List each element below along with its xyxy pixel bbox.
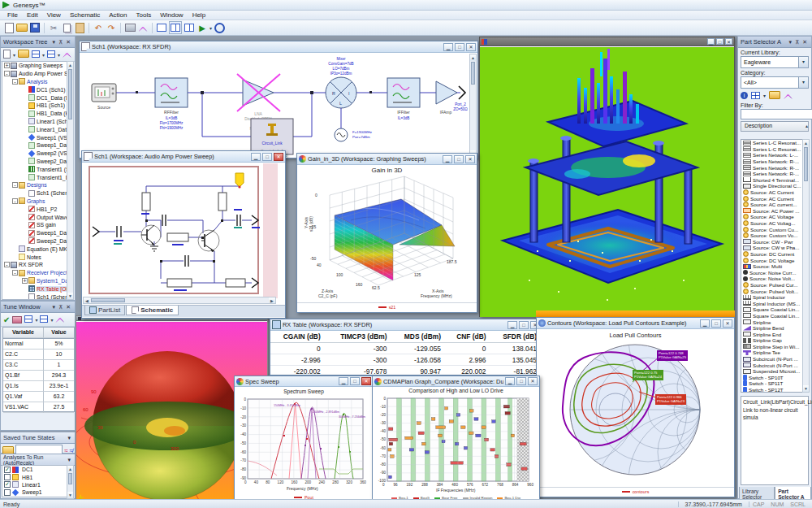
part-list-item[interactable]: Series Network: R-... xyxy=(741,158,803,165)
part-list-item[interactable]: Source: CW w Pha... xyxy=(741,245,803,251)
description-column-header[interactable]: Description ▴ xyxy=(741,121,809,132)
sch1-rx-vscrollbar[interactable]: ▲ ▼ xyxy=(469,54,477,158)
analysis-checkbox[interactable] xyxy=(4,474,11,480)
tune-row[interactable]: Q1.Vaf 63.2 xyxy=(3,392,74,402)
tree-item[interactable]: - Audio Amp Power Sw xyxy=(2,70,67,78)
tune-value[interactable]: 63.2 xyxy=(44,392,74,402)
expand-toggle-icon[interactable] xyxy=(22,175,28,180)
part-list-item[interactable]: Series Network: R-... xyxy=(741,164,803,171)
maximize-button[interactable]: □ xyxy=(350,377,360,385)
new-workspace-icon[interactable] xyxy=(3,22,15,33)
expand-toggle-icon[interactable] xyxy=(22,167,28,172)
tree-item[interactable]: - RX SFDR xyxy=(2,261,67,269)
filter-input[interactable] xyxy=(741,109,812,119)
rx-table-header-cell[interactable]: SFDR (dB) xyxy=(490,331,542,343)
menu-item[interactable]: File xyxy=(3,11,22,19)
save-icon[interactable] xyxy=(29,22,41,33)
tree-item[interactable]: Linear1_Data (Lin xyxy=(2,125,67,133)
tune-row[interactable]: Q1.Is 23.9e-1 xyxy=(3,381,74,392)
tune-value[interactable]: 27.5 xyxy=(44,402,74,413)
tree-item[interactable]: Equation (E) MKS xyxy=(2,245,67,253)
expand-toggle-icon[interactable]: - xyxy=(4,262,10,267)
part-list-item[interactable]: Stripline Bend xyxy=(741,325,803,332)
contours-titlebar[interactable]: Contours (Workspace: Load Pull Contours … xyxy=(537,318,734,329)
analysis-item[interactable]: Sweep2 xyxy=(2,497,67,497)
tune-value[interactable]: 23.9e-1 xyxy=(44,381,74,392)
dropdown-arrow-icon[interactable]: ▾ xyxy=(798,57,808,67)
expand-toggle-icon[interactable] xyxy=(22,150,28,156)
redo-icon[interactable]: ↷ xyxy=(106,22,117,33)
analysis-item[interactable]: Sweep1 xyxy=(2,488,67,496)
maximize-button[interactable]: □ xyxy=(516,377,526,385)
rx-table-header-cell[interactable]: TIMCP3 (dBm) xyxy=(326,331,392,343)
minimize-button[interactable]: ▁ xyxy=(443,43,453,51)
category-dropdown[interactable]: <All> ▾ xyxy=(741,76,809,89)
part-list-item[interactable]: Stripline End xyxy=(741,331,803,337)
part-info-icon[interactable]: i xyxy=(741,92,748,99)
part-list-item[interactable]: Source: Custom Cu... xyxy=(741,226,803,232)
library-dropdown[interactable]: Eagleware ▾ xyxy=(741,56,809,68)
expand-toggle-icon[interactable]: - xyxy=(12,79,18,85)
view-dropdown-icon[interactable]: ▾ xyxy=(42,52,45,58)
tune-value[interactable]: 1 xyxy=(44,360,74,371)
part-list-item[interactable]: Source: Multi xyxy=(741,263,803,270)
panel-menu-icon[interactable]: ▾ xyxy=(50,304,57,310)
part-view-dropdown-icon[interactable]: ▾ xyxy=(763,93,766,98)
tune-value[interactable]: 294.3 xyxy=(44,371,74,381)
part-list-scrollbar[interactable]: ▲ ▼ xyxy=(802,139,810,393)
part-list-item[interactable]: Source: CW - Pwr xyxy=(741,239,803,245)
part-list-item[interactable]: Source: AC Current xyxy=(741,189,803,196)
new-item-icon[interactable] xyxy=(3,50,11,60)
tree-item[interactable]: HB1 (Sch1) xyxy=(2,102,67,110)
part-list-item[interactable]: Subcircuit (N-Port ... xyxy=(741,362,803,368)
analysis-item[interactable]: HB1 xyxy=(2,473,67,480)
maximize-button[interactable]: □ xyxy=(519,321,529,329)
tree-item[interactable]: SS gain xyxy=(2,221,67,229)
analysis-item[interactable]: Linear1 xyxy=(2,481,67,488)
part-list-item[interactable]: Switch - SP10T xyxy=(741,375,803,381)
view-mode-icon[interactable] xyxy=(32,50,40,59)
pin-icon[interactable]: ⊼ xyxy=(57,39,64,46)
expand-toggle-icon[interactable]: - xyxy=(4,71,10,76)
expand-toggle-icon[interactable] xyxy=(12,254,18,260)
maximize-button[interactable]: □ xyxy=(711,319,721,328)
tree-item[interactable]: Transient1_Data ( xyxy=(2,173,67,181)
minimize-button[interactable]: ▁ xyxy=(700,319,710,328)
rx-table-header-cell[interactable]: CNF (dB) xyxy=(446,331,490,343)
rx-table-header-cell[interactable]: MDS (dBm) xyxy=(391,331,446,343)
spec-titlebar[interactable]: Spec Sweep ▁ □ ✕ xyxy=(235,376,373,387)
tree-item[interactable]: RX Table [Old Da xyxy=(2,284,67,293)
filter-icon[interactable] xyxy=(47,50,55,59)
rx-table-titlebar[interactable]: RX Table (Workspace: RX SFDR) ▁ □ ✕ xyxy=(270,319,542,331)
analysis-checkbox[interactable] xyxy=(4,497,11,497)
tree-scrollbar[interactable]: ▲ ▼ xyxy=(67,61,74,300)
tree-item[interactable]: Sweep1_Data (Sw xyxy=(2,141,67,150)
tune-settings-dropdown-icon[interactable]: ▾ xyxy=(35,317,37,323)
analyses-scrollbar[interactable]: ▲ ▼ xyxy=(67,465,74,499)
part-list-item[interactable]: Spiral Inductor xyxy=(741,294,803,301)
open-workspace-icon[interactable] xyxy=(18,50,29,59)
expand-toggle-icon[interactable] xyxy=(22,286,28,292)
menu-item[interactable]: Schematic xyxy=(66,11,104,19)
stop-icon[interactable] xyxy=(214,22,225,33)
run-analyses-icon[interactable]: ▶ xyxy=(197,22,208,33)
tree-item[interactable]: Sweep2_Data (Sw xyxy=(2,158,67,166)
window-tile-icon[interactable] xyxy=(169,21,182,34)
analysis-checkbox[interactable] xyxy=(4,489,11,496)
part-list-item[interactable]: Stripline Step in Wi... xyxy=(741,344,803,350)
minimize-button[interactable]: ▁ xyxy=(339,377,348,385)
tree-item[interactable]: + Graphing Sweeps xyxy=(2,62,67,70)
rx-table-row[interactable]: -2.996 -300 -126.058 2.996 135.045 xyxy=(270,354,542,366)
part-list-item[interactable]: Source: AC Voltag... xyxy=(741,220,803,227)
tree-item[interactable]: DC1 (Sch1) xyxy=(2,85,67,93)
expand-toggle-icon[interactable] xyxy=(22,215,28,220)
tune-row[interactable]: Normal 5% xyxy=(3,339,74,350)
pin-icon[interactable]: ⊼ xyxy=(57,304,64,310)
maximize-button[interactable]: □ xyxy=(716,38,723,45)
close-icon[interactable]: ✕ xyxy=(801,39,809,46)
close-icon[interactable]: ✕ xyxy=(64,304,72,310)
part-list-item[interactable]: Series Network: R-... xyxy=(741,171,803,177)
tree-item[interactable]: Sweep2_Data_VP( xyxy=(2,237,67,245)
menu-item[interactable]: Action xyxy=(105,11,131,19)
part-list-item[interactable]: Square Coaxial Lin... xyxy=(741,306,803,313)
